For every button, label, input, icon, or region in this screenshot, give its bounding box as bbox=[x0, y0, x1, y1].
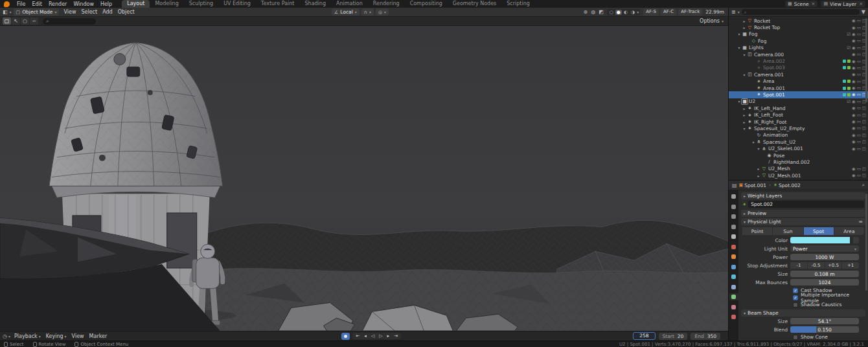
timeline-menu-item[interactable]: Playback ▾ bbox=[12, 333, 43, 339]
hide-eye-icon[interactable]: ◉ bbox=[852, 92, 856, 97]
preview-section[interactable]: ▸ Preview bbox=[741, 210, 865, 217]
checkbox[interactable]: ✓ bbox=[793, 302, 798, 308]
playback-button[interactable]: ◂ bbox=[362, 333, 369, 339]
expand-arrow-icon[interactable]: ▾ bbox=[751, 140, 756, 144]
stop-adjust-button[interactable]: -0.5 bbox=[808, 262, 825, 269]
outliner-row[interactable]: ▾ ∗ Spacesuit_U2_Empty ☑ ◉ ▭ ◫ bbox=[729, 125, 868, 131]
disable-viewport-icon[interactable]: ▭ bbox=[857, 72, 861, 77]
outliner-row[interactable]: ▸ ∗ IK_Left_Foot ☑ ◉ ▭ ◫ bbox=[729, 111, 868, 118]
viewport-editor-icon[interactable]: ◧ bbox=[3, 9, 8, 15]
disable-viewport-icon[interactable]: ▭ bbox=[857, 52, 861, 57]
properties-search-icon[interactable]: ⌕ bbox=[862, 182, 865, 188]
disable-viewport-icon[interactable]: ▭ bbox=[857, 99, 861, 104]
viewport-menu-item[interactable]: Select bbox=[78, 9, 100, 15]
hide-eye-icon[interactable]: ◉ bbox=[852, 99, 856, 104]
light-toggle-icon[interactable] bbox=[843, 80, 846, 83]
unlink-scene-icon[interactable]: × bbox=[812, 1, 816, 6]
hide-eye-icon[interactable]: ◉ bbox=[852, 85, 856, 91]
outliner-row[interactable]: ▸ ▽ Rocket Top ☑ ◉ ▭ ◫ bbox=[729, 24, 868, 30]
collection-checkbox-icon[interactable]: ☑ bbox=[847, 45, 851, 50]
outliner-row[interactable]: ▾ ⋔ Spacesuit_U2 ☑ ◉ ▭ ◫ bbox=[729, 139, 868, 145]
outliner-row[interactable]: ☀ Area.002 ☑ ◉ ▭ ◫ bbox=[729, 58, 868, 64]
hide-eye-icon[interactable]: ◉ bbox=[852, 173, 856, 178]
outliner-row[interactable]: ☀ Spot.001 ☑ ◉ ▭ ◫ bbox=[729, 91, 868, 98]
hide-eye-icon[interactable]: ◉ bbox=[852, 32, 856, 37]
current-frame-field[interactable]: 258 bbox=[633, 332, 655, 340]
hide-eye-icon[interactable]: ◉ bbox=[852, 25, 856, 30]
playback-button[interactable]: ⇥ bbox=[392, 333, 400, 339]
properties-tab[interactable] bbox=[729, 273, 738, 280]
af-mode-button[interactable]: AF-C bbox=[661, 8, 676, 16]
hide-eye-icon[interactable]: ◉ bbox=[852, 45, 856, 50]
outliner-row[interactable]: ▾ ◫ Camera.000 ☑ ◉ ▭ ◫ bbox=[729, 51, 868, 58]
auto-key-button[interactable] bbox=[341, 333, 350, 340]
timeline-menu-item[interactable]: Marker ▾ bbox=[87, 333, 110, 339]
outliner-row[interactable]: ▾ ▦ Fog ☑ ◉ ▭ ◫ bbox=[729, 31, 868, 38]
hide-eye-icon[interactable]: ◉ bbox=[852, 126, 856, 131]
outliner-row[interactable]: ◉ Pose ☑ ◉ ▭ ◫ bbox=[729, 152, 868, 159]
expand-arrow-icon[interactable]: ▸ bbox=[742, 19, 747, 23]
proportional-edit-dropdown[interactable]: ◎ ▾ bbox=[376, 8, 389, 16]
expand-arrow-icon[interactable]: ▸ bbox=[756, 174, 761, 178]
timeline-editor-icon[interactable]: ◷ bbox=[3, 333, 7, 339]
outliner-row[interactable]: ▸ ∗ IK_Left_Hand ☑ ◉ ▭ ◫ bbox=[729, 105, 868, 111]
power-field[interactable]: 1000 W bbox=[790, 254, 859, 260]
hide-eye-icon[interactable]: ◉ bbox=[852, 146, 856, 151]
snap-dropdown[interactable]: ∩ ▾ bbox=[361, 8, 374, 16]
light-type-button[interactable]: Area bbox=[834, 227, 864, 235]
light-toggle-icon[interactable] bbox=[843, 60, 846, 63]
disable-viewport-icon[interactable]: ▭ bbox=[857, 65, 861, 71]
hide-eye-icon[interactable]: ◉ bbox=[852, 113, 856, 118]
light-type-button[interactable]: Point bbox=[742, 227, 773, 235]
menu-item[interactable]: File bbox=[14, 1, 29, 7]
shading-material-icon[interactable]: ◐ bbox=[622, 10, 629, 15]
properties-tab[interactable] bbox=[729, 253, 738, 260]
playback-button[interactable]: ⇤ bbox=[354, 333, 361, 339]
disable-render-icon[interactable]: ◫ bbox=[862, 106, 866, 111]
viewport-menu-item[interactable]: Add bbox=[100, 9, 115, 15]
menu-item[interactable]: Help bbox=[97, 1, 115, 7]
hide-eye-icon[interactable]: ◉ bbox=[852, 52, 856, 57]
hide-eye-icon[interactable]: ◉ bbox=[852, 79, 856, 84]
collection-checkbox-icon[interactable]: ☑ bbox=[847, 99, 851, 104]
expand-arrow-icon[interactable]: ▸ bbox=[742, 25, 747, 30]
light-type-button[interactable]: Sun bbox=[773, 227, 803, 235]
color-picker-button[interactable] bbox=[852, 237, 859, 243]
viewport-canvas[interactable] bbox=[0, 26, 728, 331]
hide-eye-icon[interactable]: ◉ bbox=[852, 139, 856, 144]
disable-render-icon[interactable]: ◫ bbox=[862, 113, 866, 118]
outliner-row[interactable]: ▸ ▽ U2_Mesh.001 ☑ ◉ ▭ ◫ bbox=[729, 172, 868, 179]
disable-viewport-icon[interactable]: ▭ bbox=[857, 85, 861, 91]
physical-light-section[interactable]: ▾ Physical Light ≡ bbox=[741, 218, 865, 225]
breadcrumb-data[interactable]: ☀ Spot.002 bbox=[773, 183, 801, 188]
search-input[interactable]: ⌕ bbox=[43, 18, 96, 25]
timeline-menu-item[interactable]: View ▾ bbox=[69, 333, 87, 339]
hide-eye-icon[interactable]: ◉ bbox=[852, 119, 856, 124]
panel-menu-icon[interactable]: ≡ bbox=[858, 219, 863, 225]
disable-render-icon[interactable]: ◫ bbox=[862, 166, 866, 172]
stop-adjust-button[interactable]: +1 bbox=[842, 262, 859, 269]
select-tool-icon[interactable]: ○ bbox=[21, 17, 29, 25]
menu-item[interactable]: Window bbox=[70, 1, 97, 7]
orientation-dropdown[interactable]: ∠ Local ▾ bbox=[332, 8, 360, 16]
disable-viewport-icon[interactable]: ▭ bbox=[857, 139, 861, 144]
expand-arrow-icon[interactable]: ▾ bbox=[737, 45, 742, 50]
outliner-row[interactable]: ▸ ∗ IK_Right_Foot ☑ ◉ ▭ ◫ bbox=[729, 118, 868, 125]
checkbox[interactable]: ✓ bbox=[793, 295, 798, 300]
shading-wireframe-icon[interactable]: ○ bbox=[608, 10, 615, 15]
color-swatch[interactable] bbox=[790, 237, 850, 243]
light-enable-icon[interactable] bbox=[847, 80, 851, 83]
filter-icon[interactable]: ▼ bbox=[862, 9, 865, 15]
disable-render-icon[interactable]: ◫ bbox=[862, 119, 866, 124]
xray-toggle-icon[interactable]: ◩ bbox=[599, 9, 604, 15]
menu-item[interactable]: Render bbox=[45, 1, 70, 7]
select-tool-icon[interactable]: ▢ bbox=[3, 17, 11, 25]
options-dropdown[interactable]: Options ▾ bbox=[700, 18, 725, 24]
outliner-scrollbar[interactable] bbox=[865, 18, 867, 102]
hide-eye-icon[interactable]: ◉ bbox=[852, 133, 856, 138]
properties-tab[interactable] bbox=[729, 243, 738, 251]
workspace-tab[interactable]: Rendering bbox=[368, 0, 405, 8]
properties-scrollbar[interactable] bbox=[865, 194, 867, 291]
properties-editor-icon[interactable]: ▤ bbox=[732, 183, 737, 188]
outliner-row[interactable]: ↻ Animation ☑ ◉ ▭ ◫ bbox=[729, 132, 868, 139]
